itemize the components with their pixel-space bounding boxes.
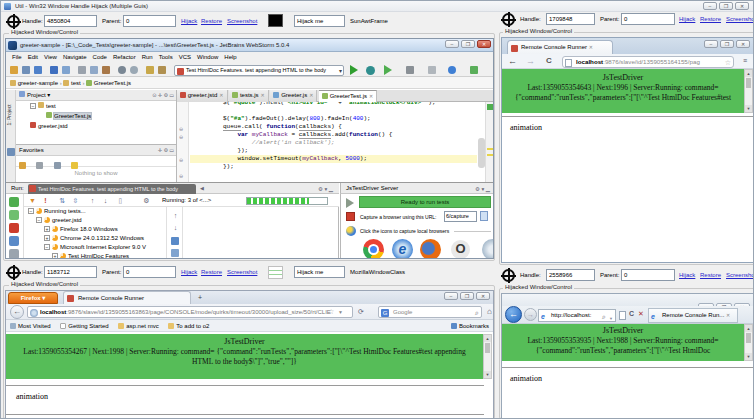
star-icon[interactable]: [71, 162, 78, 169]
open-icon[interactable]: [10, 66, 18, 74]
code-editor[interactable]: $('#quote').html('<h1>div id= ' + 'anima…: [190, 102, 477, 182]
undo-icon[interactable]: [50, 66, 58, 74]
rerun-failed-icon[interactable]: [9, 210, 19, 220]
screenshot-link[interactable]: Screenshot: [726, 272, 754, 278]
new-tab-button[interactable]: +: [194, 293, 206, 304]
back-button[interactable]: ←: [505, 306, 522, 323]
coverage-icon[interactable]: [366, 66, 375, 75]
menu-item[interactable]: View: [44, 54, 57, 60]
minimize-button[interactable]: –: [704, 40, 718, 48]
reload-icon[interactable]: C: [546, 56, 552, 65]
panel-header-icons[interactable]: ✛ ⚙ ▭: [158, 145, 174, 156]
edit-icon[interactable]: [54, 162, 61, 169]
cut-icon[interactable]: [78, 66, 86, 74]
crosshair-icon[interactable]: [7, 266, 20, 279]
restore-link[interactable]: Restore: [201, 18, 222, 24]
reload-icon[interactable]: ⟳: [358, 308, 364, 316]
run-with-coverage-button[interactable]: [384, 65, 392, 75]
parent-input[interactable]: 0: [621, 269, 675, 281]
hijack-link[interactable]: Hijack: [679, 16, 695, 22]
project-tool-label[interactable]: 1: Project: [6, 104, 12, 125]
close-tab-icon[interactable]: ✕: [726, 312, 730, 318]
filter-passed-icon[interactable]: ▼: [28, 196, 37, 205]
crosshair-icon[interactable]: [502, 13, 515, 26]
capture-url-input[interactable]: 6/capture: [444, 211, 477, 222]
run-config-select[interactable]: Test HtmlDoc Features. test appending HT…: [174, 65, 344, 76]
menu-item[interactable]: Window: [197, 54, 218, 60]
screenshot-link[interactable]: Screenshot: [227, 269, 257, 275]
screenshot-link[interactable]: Screenshot: [726, 16, 754, 22]
maximize-button[interactable]: ❐: [461, 40, 475, 48]
home-icon[interactable]: ⌂: [487, 307, 492, 316]
dropdown-icon[interactable]: ▼: [609, 313, 613, 322]
page-scrollbar[interactable]: ▲▼: [744, 324, 753, 361]
search-icon[interactable]: ⌕: [602, 311, 606, 322]
test-tree-item[interactable]: +Chrome 24.0.1312.52 Windows: [24, 234, 166, 243]
fold-icon[interactable]: ⊖: [179, 157, 183, 163]
sort-icon[interactable]: ⇅: [58, 196, 67, 205]
parent-input[interactable]: 0: [123, 266, 176, 278]
restore-link[interactable]: Restore: [700, 16, 721, 22]
server-play-icon[interactable]: [346, 198, 354, 208]
close-tab-icon[interactable]: ✕: [369, 93, 373, 99]
add-icon[interactable]: [19, 162, 26, 169]
crosshair-icon[interactable]: [7, 15, 20, 28]
breadcrumb-item[interactable]: test: [71, 80, 81, 86]
bookmark-item[interactable]: asp.net mvc: [114, 323, 158, 329]
parent-input[interactable]: 0: [123, 15, 176, 27]
editor-scrollbar[interactable]: [478, 138, 485, 168]
delete-icon[interactable]: ▯: [116, 196, 125, 205]
minimize-button[interactable]: –: [444, 292, 458, 300]
maximize-button[interactable]: ❐: [460, 292, 474, 300]
hijack-link[interactable]: Hijack: [181, 269, 197, 275]
browser-icon[interactable]: [448, 66, 456, 74]
menu-item[interactable]: Tools: [159, 54, 173, 60]
project-structure-icon[interactable]: [428, 66, 436, 74]
close-tab-icon[interactable]: ✕: [309, 92, 313, 98]
bookmark-item[interactable]: Most Visited: [6, 323, 51, 329]
bookmark-star-icon[interactable]: ☆: [328, 308, 334, 316]
soft-wrap-icon[interactable]: [171, 237, 179, 245]
stop-icon[interactable]: ✕: [638, 310, 644, 318]
menu-item[interactable]: Help: [224, 54, 236, 60]
search-icon[interactable]: ⌕: [475, 308, 479, 318]
minimize-button[interactable]: –: [703, 2, 717, 10]
menu-item[interactable]: VCS: [179, 54, 191, 60]
server-stop-icon[interactable]: [346, 212, 355, 221]
test-tree-item[interactable]: −greeter.jstd: [24, 216, 166, 225]
test-tree-item[interactable]: +Test HtmlDoc Features: [24, 252, 166, 259]
restore-link[interactable]: Restore: [700, 272, 721, 278]
run-button[interactable]: [350, 65, 358, 75]
menu-item[interactable]: Code: [93, 54, 107, 60]
panel-header-icons[interactable]: ⊙ ✛ ⚙ ▭: [152, 90, 174, 101]
chrome-tab[interactable]: Remote Console Runner ✕: [507, 40, 613, 54]
tool-strip-icon[interactable]: [7, 148, 15, 156]
bookmark-item[interactable]: To add to o2: [164, 323, 209, 329]
jstd-server-icon[interactable]: [470, 66, 478, 74]
menu-item[interactable]: Edit: [28, 54, 38, 60]
scroll-to-end-icon[interactable]: [171, 249, 179, 257]
safari-browser-icon[interactable]: [482, 239, 493, 258]
page-icon[interactable]: [619, 311, 626, 320]
close-button[interactable]: ✕: [736, 40, 750, 48]
fold-icon[interactable]: ⊖: [179, 173, 183, 179]
crosshair-icon[interactable]: [502, 269, 515, 282]
up-icon[interactable]: ↑: [88, 196, 97, 205]
stop-icon[interactable]: [9, 223, 19, 233]
opera-browser-icon[interactable]: O: [451, 240, 470, 258]
tab-tests-js[interactable]: tests.js✕: [229, 90, 269, 102]
test-history-icon[interactable]: [9, 236, 19, 246]
tab-greeter-js[interactable]: Greeter.js✕: [270, 90, 317, 102]
back-button[interactable]: ←: [10, 305, 24, 319]
back-icon[interactable]: ←: [508, 56, 517, 66]
forward-icon[interactable]: [158, 66, 166, 74]
rerun-icon[interactable]: [9, 197, 19, 207]
url-bar[interactable]: localhost:9876/slave/id/1359055163863/pa…: [27, 306, 353, 318]
close-button[interactable]: ✕: [476, 292, 490, 300]
up-icon[interactable]: ↑: [171, 211, 180, 220]
handle-input[interactable]: 2558966: [546, 269, 595, 281]
refresh-icon[interactable]: C: [629, 310, 634, 317]
redo-icon[interactable]: [62, 66, 70, 74]
minimize-button[interactable]: –: [445, 40, 459, 48]
tree-item-test[interactable]: −test: [16, 101, 176, 111]
